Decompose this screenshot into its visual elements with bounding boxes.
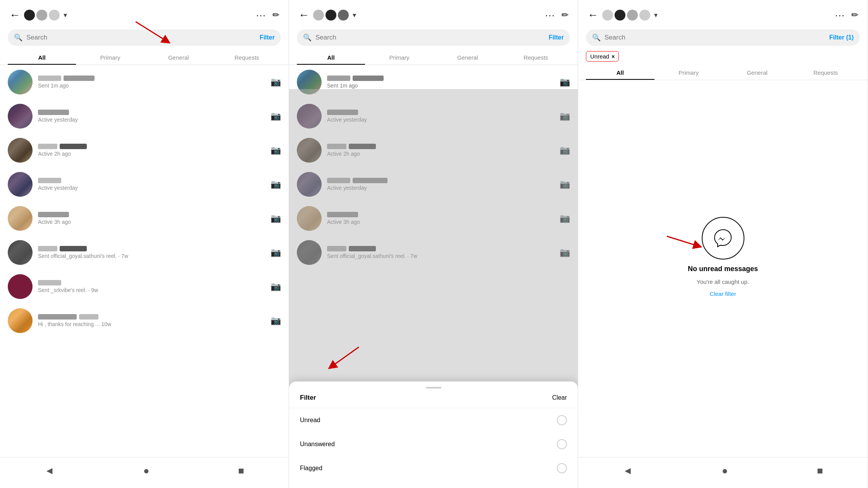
tab-general-3[interactable]: General [723,65,792,80]
tab-all-2[interactable]: All [297,50,365,65]
back-button-3[interactable]: ← [587,9,598,21]
nav-home-1[interactable]: ● [143,465,150,477]
conv-item-1-3[interactable]: Active 2h ago 📷 [0,133,289,167]
filter-button-1[interactable]: Filter [260,34,275,41]
nav-back-3[interactable]: ◄ [623,465,633,477]
tab-requests-3[interactable]: Requests [791,65,860,80]
name-bar [79,314,98,320]
more-options-icon-1[interactable]: ··· [256,10,266,21]
sheet-item-unanswered[interactable]: Unanswered [289,432,578,456]
conv-sub-1-2: Active yesterday [38,117,265,123]
tabs-3: All Primary General Requests [578,65,868,80]
search-container-3: 🔍 Filter (1) [586,29,860,46]
no-messages-title: No unread messages [688,265,758,273]
search-input-2[interactable] [315,34,542,41]
back-button-1[interactable]: ← [9,9,20,21]
radio-unanswered[interactable] [557,439,567,449]
conv-sub-1-6: Sent official_goyal.sathuni's reel. · 7w [38,253,265,259]
top-bar-right-3: ··· ✏ [835,10,858,21]
tab-requests-1[interactable]: Requests [213,50,281,65]
name-bar [38,76,61,81]
more-options-icon-2[interactable]: ··· [545,10,555,21]
compose-icon-1[interactable]: ✏ [272,10,279,20]
sheet-item-flagged[interactable]: Flagged [289,456,578,480]
conv-item-1-1[interactable]: Sent 1m ago 📷 [0,65,289,99]
conv-sub-1-1: Sent 1m ago [38,82,265,89]
bottom-nav-3: ◄ ● ■ [578,457,868,488]
tab-all-3[interactable]: All [586,65,654,80]
camera-icon-1-8[interactable]: 📷 [270,316,281,326]
conv-item-1-2[interactable]: Active yesterday 📷 [0,99,289,133]
sheet-item-unread[interactable]: Unread [289,408,578,432]
chevron-down-icon-3[interactable]: ▾ [654,11,658,19]
sheet-item-label-unread: Unread [300,417,320,424]
bottom-nav-1: ◄ ● ■ [0,457,289,488]
camera-icon-1-4[interactable]: 📷 [270,179,281,189]
compose-icon-3[interactable]: ✏ [851,10,858,20]
conv-sub-2-1: Sent 1m ago [327,82,554,89]
panel-3: ← ▾ ··· ✏ 🔍 Filter (1) Unread × [578,0,868,488]
nav-back-1[interactable]: ◄ [45,465,55,477]
name-bar [38,212,69,217]
camera-icon-2-1[interactable]: 📷 [560,77,570,87]
name-bar [353,76,384,81]
conv-item-1-6[interactable]: Sent official_goyal.sathuni's reel. · 7w… [0,235,289,270]
compose-icon-2[interactable]: ✏ [561,10,568,20]
avatar-mini-1 [24,10,35,21]
conv-info-1-7: Sent _srkvibe's reel. · 9w [38,280,265,293]
radio-unread[interactable] [557,415,567,425]
search-input-3[interactable] [604,34,825,41]
conv-item-1-5[interactable]: Active 3h ago 📷 [0,201,289,235]
camera-icon-1-1[interactable]: 📷 [270,77,281,87]
tab-primary-3[interactable]: Primary [654,65,723,80]
conv-info-1-3: Active 2h ago [38,144,265,157]
nav-home-3[interactable]: ● [722,465,728,477]
tab-primary-1[interactable]: Primary [76,50,144,65]
tab-primary-2[interactable]: Primary [365,50,433,65]
search-input-1[interactable] [26,34,253,41]
sheet-clear-button[interactable]: Clear [552,394,567,401]
tab-general-1[interactable]: General [145,50,213,65]
filter-count-button[interactable]: Filter (1) [829,34,854,41]
tab-all-1[interactable]: All [8,50,76,65]
camera-icon-1-6[interactable]: 📷 [270,247,281,258]
tabs-1: All Primary General Requests [0,50,289,65]
name-bar [60,246,87,251]
messenger-icon [702,217,744,259]
nav-square-1[interactable]: ■ [238,465,245,477]
chevron-down-icon-2[interactable]: ▾ [353,11,356,19]
conv-item-1-8[interactable]: Hi , thanks for reaching ... 10w 📷 [0,304,289,338]
camera-icon-1-5[interactable]: 📷 [270,213,281,223]
sheet-item-label-flagged: Flagged [300,465,322,472]
avatar-mini-9 [627,10,638,21]
filter-sheet: Filter Clear Unread Unanswered Flagged [289,381,578,488]
conv-info-1-5: Active 3h ago [38,212,265,225]
conv-info-2-1: Sent 1m ago [327,76,554,89]
name-bar [60,144,87,149]
filter-tag-unread: Unread × [586,51,619,62]
camera-icon-1-2[interactable]: 📷 [270,111,281,121]
filter-button-2[interactable]: Filter [549,34,564,41]
top-bar-3: ← ▾ ··· ✏ [578,0,868,27]
radio-flagged[interactable] [557,463,567,473]
no-messages-area: No unread messages You're all caught up.… [578,80,868,457]
conv-item-1-7[interactable]: Sent _srkvibe's reel. · 9w 📷 [0,270,289,304]
camera-icon-1-3[interactable]: 📷 [270,145,281,155]
name-bar [38,144,57,149]
nav-square-3[interactable]: ■ [817,465,823,477]
more-options-icon-3[interactable]: ··· [835,10,845,21]
chevron-down-icon-1[interactable]: ▾ [64,11,67,19]
conv-item-1-4[interactable]: Active yesterday 📷 [0,167,289,201]
tab-general-2[interactable]: General [434,50,502,65]
camera-icon-1-7[interactable]: 📷 [270,282,281,292]
top-bar-2: ← ▾ ··· ✏ [289,0,578,27]
back-button-2[interactable]: ← [298,9,309,21]
name-bar [38,110,69,115]
filter-tag-remove[interactable]: × [611,53,615,60]
tab-requests-2[interactable]: Requests [502,50,570,65]
clear-filter-link[interactable]: Clear filter [710,290,736,297]
avatar-group-1 [24,10,60,21]
avatar-1-5 [8,206,33,231]
conv-sub-1-7: Sent _srkvibe's reel. · 9w [38,287,265,293]
search-wrap-2: 🔍 Filter [289,27,578,50]
